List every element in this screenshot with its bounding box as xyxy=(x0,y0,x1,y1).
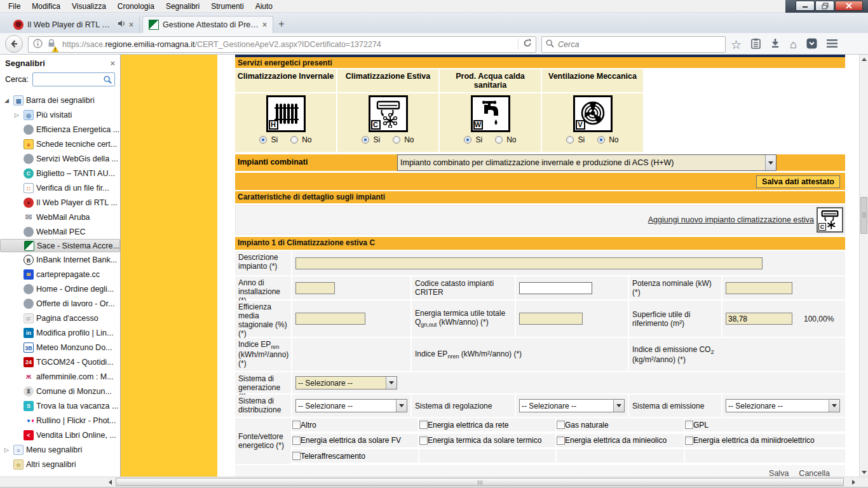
radio-si[interactable] xyxy=(566,136,574,144)
energy-source-option[interactable]: Energia elettrica da solare FV xyxy=(292,434,418,447)
bookmark-item[interactable]: 24 TGCOM24 - Quotidi... xyxy=(0,355,120,369)
sistema-distribuzione-select[interactable]: -- Selezionare -- xyxy=(295,399,407,412)
sidebar-close-icon[interactable]: × xyxy=(110,58,115,68)
descrizione-impianto-input[interactable] xyxy=(295,257,763,269)
bookmark-item[interactable]: ∷ Verifica di un file fir... xyxy=(0,180,120,195)
radio-si[interactable] xyxy=(464,136,471,144)
checkbox[interactable] xyxy=(557,437,565,445)
checkbox[interactable] xyxy=(292,421,301,429)
vertical-scroll-thumb[interactable] xyxy=(860,197,867,234)
menu-aiuto[interactable]: Aiuto xyxy=(250,1,278,12)
bookmark-item[interactable]: C Biglietto – TANTI AU... xyxy=(0,166,120,180)
add-cooling-plant-link[interactable]: Aggiungi nuovo impianto climatizzazione … xyxy=(648,215,814,224)
checkbox[interactable] xyxy=(292,452,301,460)
bookmark-star-icon[interactable]: ☆ xyxy=(731,39,742,51)
mixed-content-lock-icon[interactable] xyxy=(46,38,57,51)
sidebar-search-input[interactable] xyxy=(32,72,115,86)
bookmark-item[interactable]: Efficienza Energetica ... xyxy=(0,122,120,137)
bookmark-item[interactable]: ▷ ◎ Più visitati xyxy=(0,107,120,122)
scroll-down-arrow[interactable] xyxy=(860,468,868,477)
checkbox[interactable] xyxy=(685,421,693,429)
energy-source-option[interactable]: Energia elettrica da minieolico xyxy=(557,434,684,447)
menu-segnalibri[interactable]: Segnalibri xyxy=(160,1,205,12)
bookmark-item[interactable]: 3B Meteo Monzuno Do... xyxy=(0,340,120,355)
energy-source-option[interactable]: Altro xyxy=(292,418,418,431)
expander-icon[interactable]: ◢ xyxy=(3,97,11,104)
checkbox[interactable] xyxy=(685,437,693,445)
bookmark-item[interactable]: Home - Ordine degli... xyxy=(0,281,120,296)
anno-installazione-input[interactable] xyxy=(295,282,335,294)
combined-systems-select[interactable]: Impianto combinato per climatizzazione i… xyxy=(397,154,776,171)
minimize-button[interactable] xyxy=(796,1,815,11)
air-conditioner-add-icon[interactable]: C xyxy=(817,207,843,233)
radio-si[interactable] xyxy=(259,136,267,144)
checkbox[interactable] xyxy=(419,421,428,429)
bookmark-item[interactable]: ▷ ≡ Menu segnalibri xyxy=(0,442,120,457)
menu-cronologia[interactable]: Cronologia xyxy=(112,1,160,12)
scroll-right-arrow[interactable] xyxy=(849,478,858,487)
restore-button[interactable] xyxy=(815,1,834,11)
tab-close-icon[interactable]: × xyxy=(129,20,133,29)
salva-link[interactable]: Salva xyxy=(769,469,789,477)
energy-source-option[interactable]: Energia termica da solare termico xyxy=(419,434,555,447)
bookmark-item[interactable]: ☆ Altri segnalibri xyxy=(0,457,120,471)
superficie-utile-input[interactable] xyxy=(726,313,792,325)
energy-source-option[interactable]: Energia elettrica da rete xyxy=(419,418,555,431)
expander-icon[interactable]: ▷ xyxy=(3,447,11,453)
checkbox[interactable] xyxy=(557,421,565,429)
tab-gestione-attestato[interactable]: Gestione Attestato di Prest... × xyxy=(142,16,273,33)
bookmark-item[interactable]: WebMail PEC xyxy=(0,224,120,239)
scroll-left-arrow[interactable] xyxy=(105,478,114,487)
bookmarks-panel-icon[interactable] xyxy=(751,38,761,51)
menu-strumenti[interactable]: Strumenti xyxy=(205,1,249,12)
horizontal-scroll-thumb[interactable] xyxy=(116,478,844,486)
menu-visualizza[interactable]: Visualizza xyxy=(66,1,112,12)
bookmark-item[interactable]: ≡ Schede tecniche cert... xyxy=(0,137,120,151)
search-bar[interactable] xyxy=(541,36,726,53)
bookmark-item[interactable]: ● Rullino | Flickr - Phot... xyxy=(0,413,120,428)
radio-no[interactable] xyxy=(495,136,503,144)
menu-file[interactable]: File xyxy=(3,1,26,12)
back-button[interactable] xyxy=(5,35,23,53)
bookmark-item[interactable]: Offerte di lavoro - Or... xyxy=(0,296,120,311)
url-text[interactable]: https://sace.regione.emilia-romagna.it/C… xyxy=(62,40,518,49)
bookmark-item[interactable]: ≋ carteprepagate.cc xyxy=(0,267,120,281)
url-bar[interactable]: https://sace.regione.emilia-romagna.it/C… xyxy=(28,36,536,53)
energia-termica-input[interactable] xyxy=(519,313,583,325)
energy-source-option[interactable]: GPL xyxy=(685,418,845,431)
expander-icon[interactable]: ▷ xyxy=(13,112,21,118)
bookmark-item[interactable]: in Modifica profilo | Lin... xyxy=(0,325,120,340)
bookmark-item[interactable]: B InBank Internet Bank... xyxy=(0,252,120,267)
bookmark-item[interactable]: ◢ ▤ Barra dei segnalibri xyxy=(0,93,120,107)
codice-catasto-input[interactable] xyxy=(519,282,592,294)
checkbox[interactable] xyxy=(292,437,301,445)
hamburger-menu-icon[interactable] xyxy=(827,39,837,50)
bookmark-item[interactable]: Servizi WebGis della ... xyxy=(0,151,120,166)
menu-modifica[interactable]: Modifica xyxy=(26,1,66,12)
checkbox[interactable] xyxy=(419,437,428,445)
bookmark-item[interactable]: S Trova la tua vacanza ... xyxy=(0,398,120,413)
sistema-regolazione-select[interactable]: -- Selezionare -- xyxy=(519,399,625,412)
vertical-scrollbar[interactable] xyxy=(859,55,868,477)
sistema-generazione-select[interactable]: -- Selezionare -- xyxy=(295,376,397,390)
page-info-icon[interactable] xyxy=(33,39,43,51)
cancella-link[interactable]: Cancella xyxy=(799,469,830,477)
radio-si[interactable] xyxy=(362,136,369,144)
downloads-icon[interactable] xyxy=(770,38,780,51)
new-tab-button[interactable]: + xyxy=(278,18,285,30)
tab-web-player-rtl[interactable]: Il Web Player di RTL 10... × xyxy=(8,16,140,33)
radio-no[interactable] xyxy=(597,136,605,144)
reload-icon[interactable] xyxy=(518,39,532,50)
bookmark-item[interactable]: ● Il Web Player di RTL ... xyxy=(0,195,120,210)
radio-no[interactable] xyxy=(290,136,298,144)
horizontal-scrollbar[interactable] xyxy=(0,477,868,487)
radio-no[interactable] xyxy=(393,136,400,144)
bookmark-item[interactable]: ✉ WebMail Aruba xyxy=(0,210,120,224)
save-attestation-button[interactable]: Salva dati attestato xyxy=(756,175,840,188)
energy-source-option[interactable]: Energia elettrica da miniidroelettrico xyxy=(685,434,845,447)
sistema-emissione-select[interactable]: -- Selezionare -- xyxy=(726,399,840,412)
energy-source-option[interactable]: Teleraffrescamento xyxy=(292,449,418,463)
efficienza-media-input[interactable] xyxy=(295,313,365,325)
search-input[interactable] xyxy=(558,40,704,49)
potenza-nominale-input[interactable] xyxy=(726,282,792,294)
